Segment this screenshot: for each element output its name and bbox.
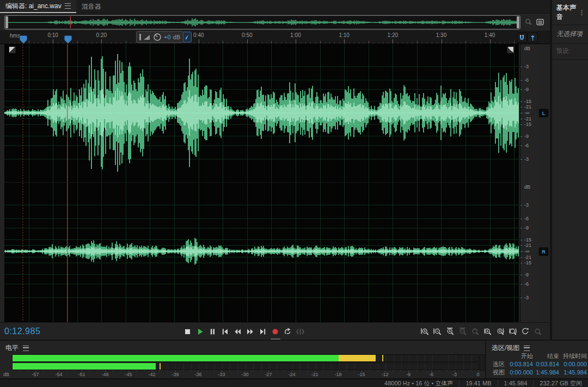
- display-split-grip-right[interactable]: [507, 46, 514, 53]
- zoom-in-left-edge-button[interactable]: [482, 326, 493, 336]
- cti-marker[interactable]: [20, 35, 27, 44]
- meter-scale-tick: [191, 371, 191, 371]
- meter-scale-tick: [354, 371, 354, 371]
- ruler-tick: [106, 42, 107, 44]
- meter-scale-tick: [253, 371, 253, 371]
- skip-to-end-button[interactable]: [257, 326, 268, 336]
- snap-button[interactable]: [517, 33, 527, 43]
- ruler-ticks-area: hms 0:100:200:300:400:501:001:101:201:30…: [4, 31, 519, 44]
- playhead-marker[interactable]: [64, 35, 72, 44]
- ruler-tick: [101, 39, 102, 44]
- record-button[interactable]: [270, 326, 280, 336]
- rewind-icon: [233, 327, 242, 336]
- waveform-canvas[interactable]: [4, 44, 519, 322]
- sv-duration-value[interactable]: 1:45.984: [559, 368, 587, 377]
- zoom-in-amplitude-icon: [446, 328, 455, 336]
- marker-button[interactable]: [528, 33, 538, 43]
- tab-mixer[interactable]: 混音器: [76, 0, 107, 13]
- move-playhead-button[interactable]: [295, 326, 305, 336]
- db-tick: [520, 136, 522, 137]
- sv-duration-value[interactable]: 0:00.000: [559, 360, 587, 368]
- meter-scale-tick: [408, 371, 409, 372]
- zoom-in-time-button[interactable]: [420, 326, 431, 336]
- amplitude-ruler[interactable]: dB-∞-3-3-6-6-9-9-15-15-21-21dB-∞-3-3-6-6…: [520, 44, 537, 322]
- db-scale-label: -15: [524, 122, 531, 127]
- kebab-menu-icon[interactable]: ⋮: [579, 9, 585, 16]
- ruler-tick: [359, 42, 359, 44]
- zoom-in-amplitude-button[interactable]: [445, 326, 456, 336]
- zoom-to-selection-button[interactable]: [507, 326, 518, 336]
- level-meter-left: [12, 354, 479, 362]
- skip-to-start-button[interactable]: [219, 326, 230, 336]
- db-scale-label: -9: [524, 87, 529, 92]
- ruler-tick: [446, 42, 446, 44]
- meter-scale-tick: [198, 371, 199, 372]
- ruler-tick: [402, 42, 403, 44]
- meter-scale-tick: [439, 371, 440, 371]
- db-tick: [520, 257, 522, 258]
- stop-button[interactable]: [182, 326, 193, 336]
- ruler-tick: [92, 42, 93, 44]
- ruler-tick: [262, 42, 262, 44]
- channel-badge-right[interactable]: R: [539, 247, 548, 256]
- meter-scale-tick: [400, 371, 401, 371]
- ruler-time-label: 1:40: [485, 32, 495, 38]
- db-scale-label: -6: [524, 143, 529, 148]
- overview-zoom-icon[interactable]: [523, 17, 533, 27]
- channel-badge-left[interactable]: L: [539, 109, 548, 117]
- zoom-out-time-button[interactable]: [432, 326, 443, 336]
- ruler-tick: [228, 42, 228, 44]
- overview-right-handle[interactable]: [517, 16, 519, 28]
- sv-header-cell: 持续时间: [559, 352, 587, 360]
- sv-end-value[interactable]: 1:45.984: [533, 368, 559, 377]
- ruler-tick: [504, 42, 505, 44]
- ruler-tick: [247, 39, 248, 44]
- sv-start-value[interactable]: 0:00.000: [505, 368, 533, 377]
- gain-value[interactable]: +0: [164, 34, 171, 40]
- zoom-reset-button[interactable]: [520, 326, 531, 336]
- clip-indicator[interactable]: [480, 354, 485, 371]
- rewind-button[interactable]: [232, 326, 243, 336]
- sv-end-value[interactable]: 0:03.814: [533, 360, 559, 368]
- meter-scale-label: -30: [241, 372, 248, 377]
- meter-peak-indicator: [160, 363, 161, 370]
- sv-start-value[interactable]: 0:03.814: [505, 360, 533, 368]
- zoom-in-right-edge-button[interactable]: [495, 326, 506, 336]
- loop-playback-button[interactable]: [282, 326, 293, 336]
- zoom-full-button[interactable]: [532, 326, 543, 336]
- sv-header-cell: 结束: [533, 352, 559, 360]
- panel-menu-icon[interactable]: [65, 3, 71, 9]
- meter-scale-label: -3: [452, 372, 457, 377]
- overview-navigator[interactable]: [4, 15, 520, 29]
- playhead-time-display[interactable]: 0:12.985: [4, 326, 40, 336]
- meter-scale-tick: [144, 371, 145, 371]
- zoom-reset-amplitude-button[interactable]: [470, 326, 481, 336]
- gain-knob-icon[interactable]: [153, 33, 162, 41]
- db-scale-label: -21: [524, 116, 531, 122]
- hud-grip[interactable]: [139, 34, 141, 40]
- ruler-unit-label: hms: [10, 33, 20, 39]
- ruler-tick: [34, 42, 34, 44]
- zoom-out-amplitude-button[interactable]: [457, 326, 468, 336]
- fast-forward-button[interactable]: [244, 326, 255, 336]
- zoom-reset-icon: [521, 328, 530, 336]
- ruler-tick: [218, 42, 218, 44]
- fade-icon[interactable]: [143, 33, 151, 41]
- overview-menu-icon[interactable]: [535, 17, 545, 27]
- display-split-grip-left[interactable]: [9, 46, 16, 53]
- overview-left-handle[interactable]: [5, 16, 8, 28]
- meter-scale-tick: [462, 371, 463, 371]
- pause-button[interactable]: [207, 326, 218, 336]
- ruler-tick: [48, 42, 48, 44]
- tab-editor[interactable]: 编辑器: ai_anc.wav: [0, 0, 76, 13]
- play-button[interactable]: [194, 326, 205, 336]
- timeline-ruler[interactable]: hms 0:100:200:300:400:501:001:101:201:30…: [0, 31, 550, 44]
- levels-menu-icon[interactable]: [23, 346, 29, 351]
- meter-yellow-fill: [339, 355, 376, 361]
- selection-view-menu-icon[interactable]: [524, 346, 530, 351]
- meter-scale-unit: dB: [3, 372, 9, 377]
- meter-scale-label: -36: [194, 372, 201, 377]
- sv-header-cell: 开始: [505, 352, 533, 360]
- meter-scale-label: -48: [101, 372, 108, 377]
- meter-scale-tick: [478, 371, 479, 372]
